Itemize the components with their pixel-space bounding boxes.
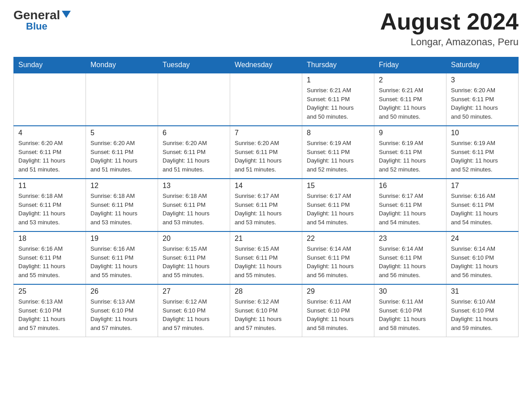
day-number: 31 [451, 287, 514, 295]
weekday-header: Thursday [302, 57, 374, 73]
day-number: 22 [307, 235, 369, 243]
day-number: 25 [18, 287, 81, 295]
day-info: Sunrise: 6:20 AMSunset: 6:11 PMDaylight:… [90, 139, 153, 174]
calendar-cell: 29Sunrise: 6:11 AMSunset: 6:10 PMDayligh… [302, 284, 374, 337]
day-number: 3 [451, 76, 514, 84]
day-info: Sunrise: 6:11 AMSunset: 6:10 PMDaylight:… [307, 297, 369, 332]
calendar-cell: 24Sunrise: 6:14 AMSunset: 6:10 PMDayligh… [446, 231, 519, 284]
week-row: 11Sunrise: 6:18 AMSunset: 6:11 PMDayligh… [14, 179, 519, 231]
calendar-cell: 27Sunrise: 6:12 AMSunset: 6:10 PMDayligh… [158, 284, 230, 337]
calendar-cell: 14Sunrise: 6:17 AMSunset: 6:11 PMDayligh… [230, 179, 302, 231]
day-number: 10 [451, 129, 514, 137]
day-number: 18 [18, 235, 81, 243]
calendar-cell: 17Sunrise: 6:16 AMSunset: 6:11 PMDayligh… [446, 179, 519, 231]
location-title: Longar, Amazonas, Peru [380, 36, 519, 48]
day-number: 9 [379, 129, 442, 137]
calendar-table: SundayMondayTuesdayWednesdayThursdayFrid… [13, 57, 519, 337]
day-number: 14 [235, 182, 297, 190]
day-info: Sunrise: 6:18 AMSunset: 6:11 PMDaylight:… [163, 192, 225, 227]
day-number: 24 [451, 235, 514, 243]
calendar-cell: 9Sunrise: 6:19 AMSunset: 6:11 PMDaylight… [374, 126, 446, 179]
calendar-cell: 28Sunrise: 6:12 AMSunset: 6:10 PMDayligh… [230, 284, 302, 337]
page-header: General Blue August 2024 Longar, Amazona… [13, 9, 519, 48]
day-info: Sunrise: 6:14 AMSunset: 6:11 PMDaylight:… [307, 244, 369, 279]
day-number: 4 [18, 129, 81, 137]
calendar-cell: 12Sunrise: 6:18 AMSunset: 6:11 PMDayligh… [86, 179, 158, 231]
calendar-cell: 2Sunrise: 6:21 AMSunset: 6:11 PMDaylight… [374, 73, 446, 126]
day-info: Sunrise: 6:19 AMSunset: 6:11 PMDaylight:… [451, 139, 514, 174]
weekday-header: Wednesday [230, 57, 302, 73]
calendar-cell [230, 73, 302, 126]
calendar-cell [14, 73, 86, 126]
day-info: Sunrise: 6:17 AMSunset: 6:11 PMDaylight:… [307, 192, 369, 227]
weekday-header: Tuesday [158, 57, 230, 73]
day-number: 7 [235, 129, 297, 137]
calendar-cell: 18Sunrise: 6:16 AMSunset: 6:11 PMDayligh… [14, 231, 86, 284]
calendar-cell: 19Sunrise: 6:16 AMSunset: 6:11 PMDayligh… [86, 231, 158, 284]
day-number: 20 [163, 235, 225, 243]
calendar-cell: 30Sunrise: 6:11 AMSunset: 6:10 PMDayligh… [374, 284, 446, 337]
weekday-header: Saturday [446, 57, 519, 73]
logo-general-text: General [13, 9, 60, 21]
day-number: 17 [451, 182, 514, 190]
day-info: Sunrise: 6:20 AMSunset: 6:11 PMDaylight:… [235, 139, 297, 174]
calendar-cell: 23Sunrise: 6:14 AMSunset: 6:11 PMDayligh… [374, 231, 446, 284]
weekday-header: Friday [374, 57, 446, 73]
day-info: Sunrise: 6:11 AMSunset: 6:10 PMDaylight:… [379, 297, 442, 332]
day-info: Sunrise: 6:13 AMSunset: 6:10 PMDaylight:… [18, 297, 81, 332]
day-number: 15 [307, 182, 369, 190]
day-info: Sunrise: 6:17 AMSunset: 6:11 PMDaylight:… [379, 192, 442, 227]
day-number: 29 [307, 287, 369, 295]
day-number: 11 [18, 182, 81, 190]
week-row: 25Sunrise: 6:13 AMSunset: 6:10 PMDayligh… [14, 284, 519, 337]
day-number: 30 [379, 287, 442, 295]
day-info: Sunrise: 6:21 AMSunset: 6:11 PMDaylight:… [379, 86, 442, 121]
calendar-cell: 25Sunrise: 6:13 AMSunset: 6:10 PMDayligh… [14, 284, 86, 337]
calendar-cell: 8Sunrise: 6:19 AMSunset: 6:11 PMDaylight… [302, 126, 374, 179]
day-info: Sunrise: 6:18 AMSunset: 6:11 PMDaylight:… [90, 192, 153, 227]
day-number: 16 [379, 182, 442, 190]
day-info: Sunrise: 6:13 AMSunset: 6:10 PMDaylight:… [90, 297, 153, 332]
calendar-cell: 11Sunrise: 6:18 AMSunset: 6:11 PMDayligh… [14, 179, 86, 231]
day-info: Sunrise: 6:14 AMSunset: 6:11 PMDaylight:… [379, 244, 442, 279]
calendar-cell: 1Sunrise: 6:21 AMSunset: 6:11 PMDaylight… [302, 73, 374, 126]
day-info: Sunrise: 6:20 AMSunset: 6:11 PMDaylight:… [451, 86, 514, 121]
day-number: 28 [235, 287, 297, 295]
day-number: 23 [379, 235, 442, 243]
calendar-cell: 31Sunrise: 6:10 AMSunset: 6:10 PMDayligh… [446, 284, 519, 337]
month-title: August 2024 [380, 9, 519, 34]
weekday-header: Monday [86, 57, 158, 73]
title-block: August 2024 Longar, Amazonas, Peru [380, 9, 519, 48]
calendar-cell: 5Sunrise: 6:20 AMSunset: 6:11 PMDaylight… [86, 126, 158, 179]
calendar-cell [158, 73, 230, 126]
day-info: Sunrise: 6:20 AMSunset: 6:11 PMDaylight:… [18, 139, 81, 174]
day-info: Sunrise: 6:19 AMSunset: 6:11 PMDaylight:… [379, 139, 442, 174]
week-row: 1Sunrise: 6:21 AMSunset: 6:11 PMDaylight… [14, 73, 519, 126]
week-row: 4Sunrise: 6:20 AMSunset: 6:11 PMDaylight… [14, 126, 519, 179]
calendar-cell: 26Sunrise: 6:13 AMSunset: 6:10 PMDayligh… [86, 284, 158, 337]
calendar-cell: 7Sunrise: 6:20 AMSunset: 6:11 PMDaylight… [230, 126, 302, 179]
calendar-cell: 16Sunrise: 6:17 AMSunset: 6:11 PMDayligh… [374, 179, 446, 231]
day-number: 26 [90, 287, 153, 295]
day-info: Sunrise: 6:19 AMSunset: 6:11 PMDaylight:… [307, 139, 369, 174]
calendar-cell: 4Sunrise: 6:20 AMSunset: 6:11 PMDaylight… [14, 126, 86, 179]
day-info: Sunrise: 6:16 AMSunset: 6:11 PMDaylight:… [451, 192, 514, 227]
day-number: 1 [307, 76, 369, 84]
logo-blue-text: Blue [26, 21, 47, 31]
calendar-cell: 22Sunrise: 6:14 AMSunset: 6:11 PMDayligh… [302, 231, 374, 284]
calendar-cell: 6Sunrise: 6:20 AMSunset: 6:11 PMDaylight… [158, 126, 230, 179]
day-number: 13 [163, 182, 225, 190]
day-number: 8 [307, 129, 369, 137]
calendar-cell: 15Sunrise: 6:17 AMSunset: 6:11 PMDayligh… [302, 179, 374, 231]
calendar-cell: 3Sunrise: 6:20 AMSunset: 6:11 PMDaylight… [446, 73, 519, 126]
calendar-cell [86, 73, 158, 126]
day-number: 27 [163, 287, 225, 295]
calendar-cell: 13Sunrise: 6:18 AMSunset: 6:11 PMDayligh… [158, 179, 230, 231]
logo-triangle-icon [62, 11, 71, 18]
day-info: Sunrise: 6:16 AMSunset: 6:11 PMDaylight:… [18, 244, 81, 279]
day-info: Sunrise: 6:18 AMSunset: 6:11 PMDaylight:… [18, 192, 81, 227]
day-info: Sunrise: 6:21 AMSunset: 6:11 PMDaylight:… [307, 86, 369, 121]
day-info: Sunrise: 6:20 AMSunset: 6:11 PMDaylight:… [163, 139, 225, 174]
calendar-cell: 20Sunrise: 6:15 AMSunset: 6:11 PMDayligh… [158, 231, 230, 284]
calendar-cell: 10Sunrise: 6:19 AMSunset: 6:11 PMDayligh… [446, 126, 519, 179]
